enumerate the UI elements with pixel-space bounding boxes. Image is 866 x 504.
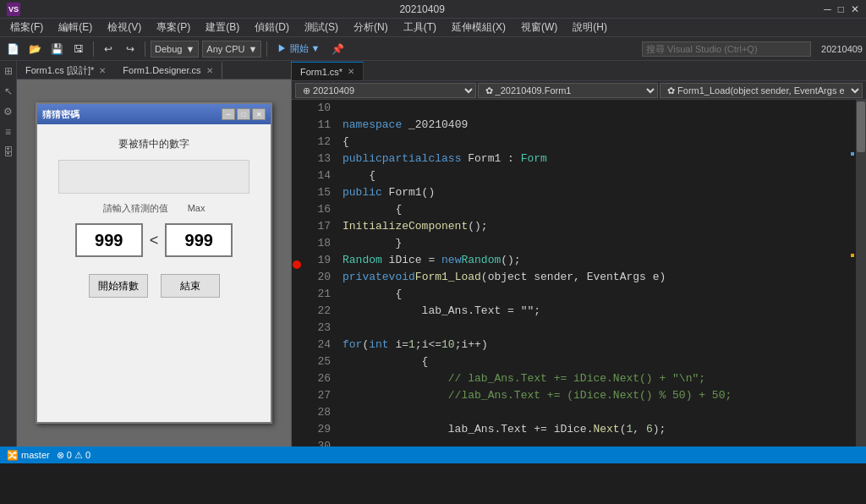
designer-area: 猜猜密碼 ─ □ ✕ 要被猜中的數字 請輸入猜測的值 Max 999 [17,79,291,446]
code-line-12[interactable]: { [343,134,849,151]
scroll-marker-1 [851,152,854,156]
toolbar-sep2 [145,41,145,57]
nav-dropdowns: ⊕ 20210409 ✿ _20210409.Form1 ✿ Form1_Loa… [292,81,866,100]
menu-extensions[interactable]: 延伸模組(X) [445,19,512,36]
title-bar: VS 20210409 ─ □ ✕ [0,0,866,19]
code-line-26[interactable]: // lab_Ans.Text += iDice.Next() + "\n"; [343,370,849,387]
dropdown-arrow: ▼ [185,44,195,54]
sidebar-toolbox-icon[interactable]: ⊞ [2,64,15,78]
left-tab-designer[interactable]: Form1.cs [設計]* ✕ [17,62,114,79]
left-tab-designer-close[interactable]: ✕ [99,66,106,75]
left-tab-designer-cs-close[interactable]: ✕ [206,66,213,75]
method-select[interactable]: ✿ Form1_Load(object sender, EventArgs e [660,83,863,98]
menu-debug[interactable]: 偵錯(D) [248,19,296,36]
form-end-btn[interactable]: 結束 [161,274,220,298]
sidebar-layers-icon[interactable]: ≡ [2,125,15,139]
right-panel: Form1.cs* ✕ ⊕ 20210409 ✿ _20210409.Form1… [292,61,866,446]
sidebar-db-icon[interactable]: 🗄 [2,145,15,159]
menu-project[interactable]: 專案(P) [150,19,197,36]
code-line-20[interactable]: private void Form1_Load(object sender, E… [343,269,849,286]
toolbar-new-file[interactable]: 📄 [3,40,22,58]
win-form-close[interactable]: ✕ [252,108,266,120]
tab-form1cs[interactable]: Form1.cs* ✕ [292,62,364,80]
code-line-27[interactable]: //lab_Ans.Text += (iDice.Next() % 50) + … [343,387,849,404]
code-line-23[interactable] [343,320,849,337]
namespace-select[interactable]: ⊕ 20210409 [295,83,476,98]
status-branch: 🔀 master [7,450,50,461]
form-button-row: 開始猜數 結束 [50,274,258,298]
code-line-24[interactable]: for(int i=1;i<=10;i++) [343,337,849,353]
code-line-14[interactable]: { [343,167,849,184]
code-line-29[interactable]: lab_Ans.Text += iDice.Next(1, 6); [343,421,849,438]
tab-form1cs-close[interactable]: ✕ [348,67,354,76]
scroll-thumb[interactable] [857,101,865,152]
code-line-18[interactable]: } [343,235,849,252]
menu-help[interactable]: 說明(H) [566,19,614,36]
code-line-10[interactable] [343,100,849,117]
maximize-btn[interactable]: □ [838,3,844,15]
form-start-btn[interactable]: 開始猜數 [89,274,148,298]
code-line-16[interactable]: { [343,201,849,218]
toolbar-undo[interactable]: ↩ [99,40,118,58]
win-form-minimize[interactable]: ─ [222,108,235,120]
left-tab-designer-cs[interactable]: Form1.Designer.cs ✕ [114,62,222,79]
toolbar-redo[interactable]: ↪ [121,40,140,58]
scrollbar-v[interactable] [856,100,866,446]
code-area: 1011121314151617181920212223242526272829… [292,100,866,446]
code-line-11[interactable]: namespace _20210409 [343,117,849,134]
win-form-title: 猜猜密碼 [42,108,79,121]
form-input-label: 請輸入猜測的值 Max [50,202,258,215]
menu-build[interactable]: 建置(B) [199,19,246,36]
toolbar-sep3 [266,41,267,57]
form-less-than: < [150,232,159,249]
vs-logo: VS [7,3,20,16]
cpu-dropdown-arrow: ▼ [249,44,258,54]
sidebar-gear-icon[interactable]: ⚙ [2,105,15,118]
win-form-maximize[interactable]: □ [237,108,250,120]
toolbar-save-all[interactable]: 🖫 [69,40,88,58]
form-textbox-value2[interactable]: 999 [165,223,233,257]
win-form: 猜猜密碼 ─ □ ✕ 要被猜中的數字 請輸入猜測的值 Max 999 [36,102,272,424]
code-line-30[interactable] [343,438,849,446]
search-input[interactable] [642,41,811,57]
main-area: ⊞ ↖ ⚙ ≡ 🗄 Form1.cs [設計]* ✕ Form1.Designe… [0,61,866,446]
menu-view[interactable]: 檢視(V) [101,19,148,36]
menu-test[interactable]: 測試(S) [298,19,345,36]
class-select[interactable]: ✿ _20210409.Form1 [478,83,659,98]
form-prompt-label: 要被猜中的數字 [50,137,258,151]
menu-analyze[interactable]: 分析(N) [347,19,395,36]
code-content[interactable]: namespace _20210409{ public partial clas… [336,100,856,446]
menu-edit[interactable]: 編輯(E) [52,19,99,36]
form-textbox-value1[interactable]: 999 [75,223,143,257]
run-button[interactable]: ▶ 開始 ▼ [272,41,325,57]
form-input-row: 999 < 999 [50,223,258,257]
left-panel: Form1.cs [設計]* ✕ Form1.Designer.cs ✕ 猜猜密… [17,61,292,446]
cpu-dropdown[interactable]: Any CPU ▼ [202,41,261,58]
code-line-19[interactable]: Random iDice = new Random(); [343,252,849,269]
code-line-17[interactable]: InitializeComponent(); [343,218,849,235]
toolbar: 📄 📂 💾 🖫 ↩ ↪ Debug ▼ Any CPU ▼ ▶ 開始 ▼ 📌 2… [0,37,866,61]
sidebar-cursor-icon[interactable]: ↖ [2,85,15,98]
toolbar-save[interactable]: 💾 [47,40,66,58]
code-line-21[interactable]: { [343,286,849,303]
minimize-btn[interactable]: ─ [824,3,831,15]
code-line-28[interactable] [343,404,849,421]
win-form-btns: ─ □ ✕ [222,108,266,120]
debug-mode-dropdown[interactable]: Debug ▼ [151,41,199,58]
win-form-body: 要被猜中的數字 請輸入猜測的值 Max 999 < 999 開始猜數 結束 [37,124,271,422]
menu-bar: 檔案(F) 編輯(E) 檢視(V) 專案(P) 建置(B) 偵錯(D) 測試(S… [0,19,866,37]
code-line-15[interactable]: public Form1() [343,184,849,201]
breakpoint-19 [293,260,301,269]
code-line-13[interactable]: public partial class Form1 : Form [343,151,849,167]
menu-window[interactable]: 視窗(W) [514,19,564,36]
right-tab-bar: Form1.cs* ✕ [292,61,866,81]
status-bar: 🔀 master ⊗ 0 ⚠ 0 [0,446,866,463]
code-line-25[interactable]: { [343,353,849,370]
menu-file[interactable]: 檔案(F) [3,19,50,36]
code-line-22[interactable]: lab_Ans.Text = ""; [343,303,849,320]
toolbar-pin[interactable]: 📌 [328,40,347,58]
toolbar-open[interactable]: 📂 [25,40,44,58]
left-tab-bar: Form1.cs [設計]* ✕ Form1.Designer.cs ✕ [17,61,291,79]
menu-tools[interactable]: 工具(T) [397,19,443,36]
close-btn[interactable]: ✕ [851,3,859,15]
